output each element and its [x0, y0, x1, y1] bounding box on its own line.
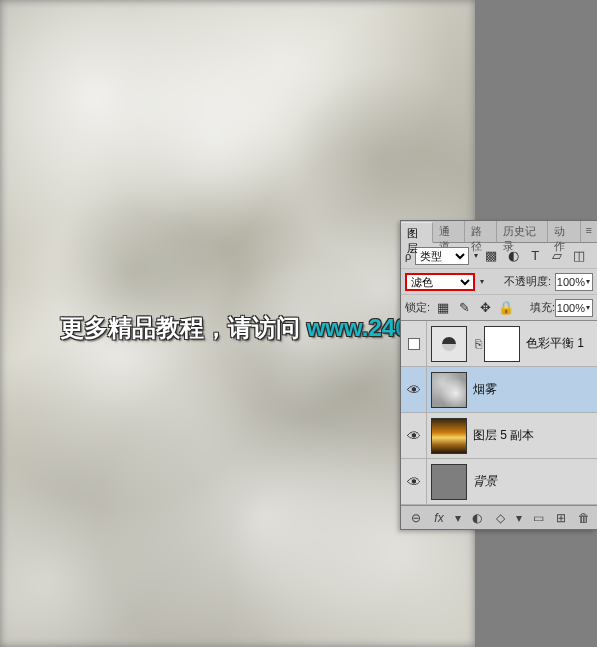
add-mask-icon[interactable]: ◐	[470, 511, 484, 525]
link-layers-icon[interactable]: ⊖	[409, 511, 423, 525]
filter-type-select[interactable]: 类型	[415, 247, 469, 265]
filter-adjust-icon[interactable]: ◐	[504, 247, 522, 265]
filter-type-icon[interactable]: T	[526, 247, 544, 265]
filter-shape-icon[interactable]: ▱	[548, 247, 566, 265]
opacity-label: 不透明度:	[504, 274, 551, 289]
layer-thumb[interactable]	[431, 372, 467, 408]
layer-name[interactable]: 图层 5 副本	[473, 427, 534, 444]
panel-menu-icon[interactable]: ≡	[581, 221, 597, 242]
panel-footer: ⊖ fx▾ ◐ ◇▾ ▭ ⊞ 🗑	[401, 505, 597, 529]
lock-label: 锁定:	[405, 300, 430, 315]
tab-paths[interactable]: 路径	[465, 221, 497, 242]
layer-row-color-balance[interactable]: ⎘ 色彩平衡 1	[401, 321, 597, 367]
layer-thumb[interactable]	[431, 418, 467, 454]
layer-name[interactable]: 烟雾	[473, 381, 497, 398]
visibility-toggle[interactable]	[401, 321, 427, 366]
tab-layers[interactable]: 图层	[401, 222, 433, 243]
layer-name[interactable]: 色彩平衡 1	[526, 335, 584, 352]
visibility-toggle[interactable]: 👁	[401, 367, 427, 412]
tab-channels[interactable]: 通道	[433, 221, 465, 242]
layer-row-background[interactable]: 👁 背景	[401, 459, 597, 505]
lock-all-icon[interactable]: 🔒	[497, 299, 515, 317]
opacity-value[interactable]: 100%▾	[555, 273, 593, 291]
delete-layer-icon[interactable]: 🗑	[577, 511, 591, 525]
fill-value[interactable]: 100%▾	[555, 299, 593, 317]
new-layer-icon[interactable]: ⊞	[554, 511, 568, 525]
color-balance-icon	[442, 337, 456, 351]
group-icon[interactable]: ▭	[531, 511, 545, 525]
filter-pixel-icon[interactable]: ▩	[482, 247, 500, 265]
filter-smart-icon[interactable]: ◫	[570, 247, 588, 265]
blend-mode-select[interactable]: 滤色	[405, 273, 475, 291]
eye-icon: 👁	[407, 474, 421, 490]
eye-icon: 👁	[407, 428, 421, 444]
fill-label: 填充:	[530, 300, 555, 315]
watermark-lead: 更多精品教程，请访问	[60, 314, 307, 341]
layer-list: ⎘ 色彩平衡 1 👁 烟雾 👁 图层 5 副本 👁 背景	[401, 321, 597, 505]
layer-thumb[interactable]	[431, 464, 467, 500]
panel-tabs: 图层 通道 路径 历史记录 动作 ≡	[401, 221, 597, 243]
adjustment-thumb[interactable]	[431, 326, 467, 362]
layer-row-layer5copy[interactable]: 👁 图层 5 副本	[401, 413, 597, 459]
adjustment-layer-icon[interactable]: ◇	[493, 511, 507, 525]
layers-panel: 图层 通道 路径 历史记录 动作 ≡ ρ 类型 ▾ ▩ ◐ T ▱ ◫ 滤色 ▾…	[400, 220, 597, 530]
chevron-down-icon: ▾	[474, 251, 478, 260]
chevron-down-icon: ▾	[480, 277, 484, 286]
checkbox-icon	[408, 338, 420, 350]
visibility-toggle[interactable]: 👁	[401, 413, 427, 458]
tab-history[interactable]: 历史记录	[497, 221, 548, 242]
layer-name[interactable]: 背景	[473, 473, 497, 490]
layer-filter-row: ρ 类型 ▾ ▩ ◐ T ▱ ◫	[401, 243, 597, 269]
link-icon: ⎘	[475, 337, 482, 351]
layer-row-smoke[interactable]: 👁 烟雾	[401, 367, 597, 413]
lock-row: 锁定: ▦ ✎ ✥ 🔒 填充: 100%▾	[401, 295, 597, 321]
fx-icon[interactable]: fx	[432, 511, 446, 525]
tab-actions[interactable]: 动作	[548, 221, 580, 242]
visibility-toggle[interactable]: 👁	[401, 459, 427, 504]
eye-icon: 👁	[407, 382, 421, 398]
layer-mask-thumb[interactable]	[484, 326, 520, 362]
blend-row: 滤色 ▾ 不透明度: 100%▾	[401, 269, 597, 295]
lock-position-icon[interactable]: ✥	[476, 299, 494, 317]
lock-transparency-icon[interactable]: ▦	[434, 299, 452, 317]
lock-pixels-icon[interactable]: ✎	[455, 299, 473, 317]
